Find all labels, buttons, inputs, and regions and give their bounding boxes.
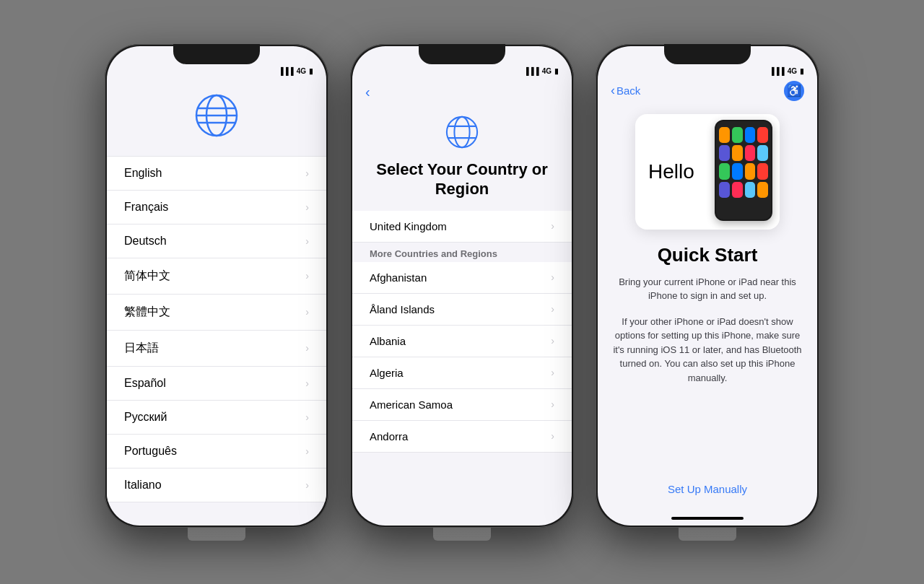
home-indicator <box>671 517 744 520</box>
quick-nav: ‹ Back ♿ <box>598 78 817 107</box>
app-icon-10 <box>732 163 743 179</box>
signal-icon-2: ▐▐▐ <box>523 67 539 75</box>
country-item-american-samoa[interactable]: American Samoa › <box>352 389 572 421</box>
more-countries-label: More Countries and Regions <box>352 243 572 262</box>
lang-item-japanese[interactable]: 日本語 › <box>107 331 326 367</box>
chevron-icon: › <box>305 306 309 318</box>
lang-item-italian[interactable]: Italiano › <box>107 468 326 502</box>
back-arrow-icon[interactable]: ‹ <box>365 84 370 100</box>
notch-1 <box>173 44 260 64</box>
app-icon-11 <box>745 163 756 179</box>
country-screen: ‹ Select Your Country or Region <box>352 78 572 526</box>
mini-phone-image <box>715 120 772 221</box>
globe-icon-2 <box>443 113 481 151</box>
app-icon-5 <box>719 145 730 161</box>
status-icons-2: ▐▐▐ 4G ▮ <box>523 67 559 75</box>
chevron-icon: › <box>305 479 309 491</box>
phone-stand-2 <box>433 526 491 541</box>
lang-item-russian[interactable]: Русский › <box>107 401 326 435</box>
accessibility-button[interactable]: ♿ <box>784 81 804 101</box>
chevron-icon: › <box>305 378 309 389</box>
app-icon-2 <box>732 127 743 143</box>
network-icon-3: 4G <box>788 67 797 75</box>
phone-2: ▐▐▐ 4G ▮ ‹ <box>350 44 574 541</box>
signal-icon-1: ▐▐▐ <box>278 67 293 75</box>
chevron-icon: › <box>305 201 309 213</box>
chevron-icon: › <box>551 430 554 442</box>
country-item-afghanistan[interactable]: Afghanistan › <box>352 262 572 294</box>
app-icon-9 <box>719 163 730 179</box>
phone-3: ▐▐▐ 4G ▮ ‹ Back ♿ <box>596 44 819 541</box>
lang-item-english[interactable]: English › <box>107 156 326 191</box>
lang-item-german[interactable]: Deutsch › <box>107 225 326 258</box>
chevron-icon: › <box>551 303 554 315</box>
app-icon-15 <box>745 182 756 198</box>
country-item-uk[interactable]: United Kingdom › <box>352 211 572 243</box>
chevron-icon: › <box>551 220 554 232</box>
chevron-icon: › <box>305 342 309 354</box>
language-list: English › Français › Deutsch › 简体中文 <box>107 156 326 526</box>
globe-icon-1 <box>193 92 240 139</box>
language-screen: English › Français › Deutsch › 简体中文 <box>107 78 326 526</box>
app-icon-12 <box>757 163 768 179</box>
chevron-icon: › <box>305 270 309 282</box>
country-item-andorra[interactable]: Andorra › <box>352 421 572 453</box>
app-icon-8 <box>757 145 768 161</box>
lang-item-spanish[interactable]: Español › <box>107 367 326 401</box>
hello-text: Hello <box>648 160 694 183</box>
hello-card: Hello <box>635 114 780 230</box>
country-item-aland[interactable]: Åland Islands › <box>352 294 572 326</box>
app-icon-1 <box>719 127 730 143</box>
notch-2 <box>419 44 505 64</box>
lang-item-french[interactable]: Français › <box>107 191 326 225</box>
svg-point-5 <box>447 116 477 147</box>
app-icon-4 <box>757 127 768 143</box>
quick-desc-2: If your other iPhone or iPad doesn't sho… <box>612 315 803 385</box>
app-icon-13 <box>719 182 730 198</box>
battery-icon-2: ▮ <box>554 67 559 75</box>
back-button[interactable]: ‹ Back <box>611 83 640 98</box>
battery-icon-3: ▮ <box>800 67 804 75</box>
chevron-icon: › <box>305 411 309 423</box>
app-icon-6 <box>732 145 743 161</box>
app-icon-16 <box>757 182 768 198</box>
country-item-algeria[interactable]: Algeria › <box>352 357 572 389</box>
country-header: Select Your Country or Region <box>352 106 572 211</box>
quick-start-title: Quick Start <box>658 244 758 266</box>
battery-icon-1: ▮ <box>309 67 313 75</box>
phone-1-device: ▐▐▐ 4G ▮ English <box>105 44 328 528</box>
accessibility-icon: ♿ <box>787 84 801 97</box>
quick-desc-1: Bring your current iPhone or iPad near t… <box>612 275 803 303</box>
phone-1: ▐▐▐ 4G ▮ English <box>105 44 328 541</box>
chevron-icon: › <box>551 367 554 378</box>
country-title: Select Your Country or Region <box>367 160 557 199</box>
lang-item-portuguese[interactable]: Português › <box>107 435 326 468</box>
signal-icon-3: ▐▐▐ <box>769 67 784 75</box>
network-icon-2: 4G <box>542 67 552 75</box>
notch-3 <box>664 44 751 64</box>
status-icons-1: ▐▐▐ 4G ▮ <box>278 67 313 75</box>
svg-point-6 <box>454 116 469 147</box>
country-item-albania[interactable]: Albania › <box>352 326 572 357</box>
quick-start-screen: ‹ Back ♿ Hello <box>598 78 817 526</box>
app-icon-7 <box>745 145 756 161</box>
phone-2-device: ▐▐▐ 4G ▮ ‹ <box>350 44 574 528</box>
chevron-icon: › <box>551 398 554 410</box>
phone-3-device: ▐▐▐ 4G ▮ ‹ Back ♿ <box>596 44 819 528</box>
app-icon-14 <box>732 182 743 198</box>
chevron-icon: › <box>305 445 309 457</box>
lang-item-trad-chinese[interactable]: 繁體中文 › <box>107 295 326 331</box>
chevron-icon: › <box>551 271 554 283</box>
phone-stand-1 <box>188 526 245 541</box>
status-icons-3: ▐▐▐ 4G ▮ <box>769 67 804 75</box>
chevron-icon: › <box>305 235 309 247</box>
quick-content: Hello <box>598 107 817 517</box>
app-icon-3 <box>745 127 756 143</box>
lang-item-simp-chinese[interactable]: 简体中文 › <box>107 258 326 295</box>
country-section: United Kingdom › More Countries and Regi… <box>352 211 572 526</box>
network-icon-1: 4G <box>297 67 306 75</box>
country-nav: ‹ <box>352 78 572 106</box>
setup-manually-button[interactable]: Set Up Manually <box>668 483 747 502</box>
chevron-icon: › <box>551 335 554 347</box>
phone-stand-3 <box>679 526 736 541</box>
